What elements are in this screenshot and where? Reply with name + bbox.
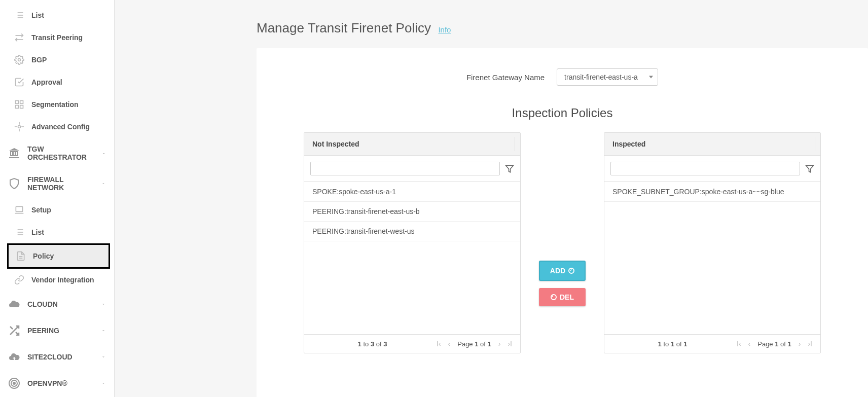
list-icon — [14, 227, 24, 237]
inspected-header: Inspected — [604, 133, 820, 156]
transfer-buttons: ADD DEL — [539, 261, 586, 306]
page-indicator: Page 1 of 1 — [757, 340, 791, 348]
page-last-icon[interactable]: ›I — [505, 340, 514, 348]
swap-icon — [14, 32, 24, 43]
chevron-down-icon — [101, 327, 106, 335]
page-header: Manage Transit Firenet Policy Info — [115, 0, 868, 48]
inspected-filter-input[interactable] — [610, 162, 800, 175]
sidebar-item-advanced-config[interactable]: Advanced Config — [0, 116, 114, 138]
not-inspected-panel: Not Inspected SPOKE:spoke-east-us-a-1 PE… — [304, 132, 521, 353]
inspected-filter-row — [604, 156, 820, 182]
sidebar-item-label: TGW ORCHESTRATOR — [27, 145, 101, 161]
gateway-label: Firenet Gateway Name — [466, 73, 545, 82]
add-button[interactable]: ADD — [539, 261, 586, 281]
content-card: Firenet Gateway Name transit-firenet-eas… — [257, 48, 868, 397]
sidebar-item-label: Vendor Integration — [31, 276, 94, 284]
del-button-label: DEL — [560, 293, 574, 301]
page-last-icon[interactable]: ›I — [806, 340, 814, 348]
page-first-icon[interactable]: I‹ — [735, 340, 743, 348]
sidebar-item-label: Policy — [33, 252, 54, 260]
gear-icon — [14, 55, 24, 65]
building-icon — [8, 147, 20, 159]
svg-rect-15 — [16, 206, 22, 211]
not-inspected-footer: 1 to 3 of 3 I‹ ‹ Page 1 of 1 › ›I — [304, 334, 520, 353]
sidebar: List Transit Peering BGP Approval Segmen… — [0, 0, 115, 397]
list-item[interactable]: SPOKE:spoke-east-us-a-1 — [304, 182, 520, 202]
sidebar-item-label: Segmentation — [31, 100, 79, 109]
svg-marker-31 — [506, 165, 514, 172]
sidebar-item-label: PEERING — [27, 327, 59, 335]
sidebar-item-firewall-network[interactable]: FIREWALL NETWORK — [0, 168, 114, 199]
list-item[interactable]: PEERING:transit-firenet-west-us — [304, 222, 520, 241]
page-title: Manage Transit Firenet Policy — [257, 20, 431, 36]
del-button[interactable]: DEL — [539, 288, 586, 306]
sidebar-item-label: List — [31, 228, 44, 236]
gateway-selector-row: Firenet Gateway Name transit-firenet-eas… — [257, 68, 868, 86]
svg-marker-32 — [806, 165, 814, 172]
sidebar-item-tgw-orchestrator[interactable]: TGW ORCHESTRATOR — [0, 138, 114, 168]
svg-point-30 — [13, 382, 15, 384]
laptop-icon — [14, 205, 24, 215]
sidebar-item-site2cloud[interactable]: SITE2CLOUD — [0, 344, 114, 370]
inspection-policies-title: Inspection Policies — [257, 106, 868, 120]
svg-rect-7 — [16, 101, 19, 104]
check-square-icon — [14, 77, 24, 87]
arrow-right-circle-icon — [568, 268, 574, 274]
sidebar-item-segmentation[interactable]: Segmentation — [0, 93, 114, 116]
sidebar-item-label: Transit Peering — [31, 33, 83, 42]
filter-icon[interactable] — [805, 164, 814, 173]
sidebar-item-label: Advanced Config — [31, 123, 90, 131]
sidebar-item-setup[interactable]: Setup — [0, 199, 114, 221]
sidebar-item-cloudn[interactable]: CLOUDN — [0, 291, 114, 317]
page-next-icon[interactable]: › — [496, 340, 503, 348]
info-link[interactable]: Info — [438, 25, 451, 34]
page-prev-icon[interactable]: ‹ — [746, 340, 753, 348]
sidebar-item-label: List — [31, 11, 44, 19]
main-content: Manage Transit Firenet Policy Info Firen… — [115, 0, 868, 397]
sidebar-item-label: BGP — [31, 56, 47, 64]
sidebar-item-label: Approval — [31, 78, 62, 86]
gateway-select[interactable]: transit-firenet-east-us-a — [557, 68, 658, 86]
sidebar-item-peering[interactable]: PEERING — [0, 317, 114, 344]
not-inspected-filter-row — [304, 156, 520, 182]
list-icon — [14, 10, 24, 20]
page-prev-icon[interactable]: ‹ — [446, 340, 453, 348]
svg-line-27 — [10, 327, 13, 329]
chevron-down-icon — [101, 353, 106, 361]
file-icon — [16, 251, 26, 261]
sidebar-item-approval[interactable]: Approval — [0, 71, 114, 93]
chevron-down-icon — [101, 379, 106, 387]
sidebar-item-list[interactable]: List — [0, 4, 114, 26]
arrow-left-circle-icon — [551, 294, 557, 300]
svg-rect-9 — [20, 105, 23, 109]
cog-icon — [14, 122, 24, 132]
sidebar-item-label: SITE2CLOUD — [27, 353, 73, 361]
summary-text: 1 to 3 of 3 — [310, 340, 435, 348]
sidebar-item-policy[interactable]: Policy — [7, 243, 110, 269]
sidebar-item-label: FIREWALL NETWORK — [27, 175, 101, 192]
inspected-list: SPOKE_SUBNET_GROUP:spoke-east-us-a~~sg-b… — [604, 182, 820, 334]
target-icon — [8, 377, 20, 389]
svg-rect-12 — [11, 152, 12, 155]
sidebar-item-vendor-integration[interactable]: Vendor Integration — [0, 269, 114, 291]
summary-text: 1 to 1 of 1 — [610, 340, 735, 348]
svg-rect-8 — [20, 101, 23, 104]
sidebar-item-list-fw[interactable]: List — [0, 221, 114, 243]
list-item[interactable]: PEERING:transit-firenet-east-us-b — [304, 202, 520, 222]
svg-rect-10 — [16, 105, 19, 109]
link-icon — [14, 275, 24, 285]
sidebar-item-openvpn[interactable]: OPENVPN® — [0, 370, 114, 396]
sidebar-item-bgp[interactable]: BGP — [0, 49, 114, 71]
svg-point-6 — [18, 59, 21, 61]
svg-point-11 — [18, 126, 21, 128]
filter-icon[interactable] — [505, 164, 514, 173]
not-inspected-filter-input[interactable] — [310, 162, 500, 175]
page-next-icon[interactable]: › — [797, 340, 803, 348]
svg-rect-13 — [14, 152, 15, 155]
page-first-icon[interactable]: I‹ — [435, 340, 443, 348]
list-item[interactable]: SPOKE_SUBNET_GROUP:spoke-east-us-a~~sg-b… — [604, 182, 820, 202]
sidebar-item-transit-peering[interactable]: Transit Peering — [0, 26, 114, 49]
chevron-up-icon — [101, 179, 106, 188]
page-indicator: Page 1 of 1 — [457, 340, 491, 348]
panels-container: Not Inspected SPOKE:spoke-east-us-a-1 PE… — [257, 132, 868, 353]
